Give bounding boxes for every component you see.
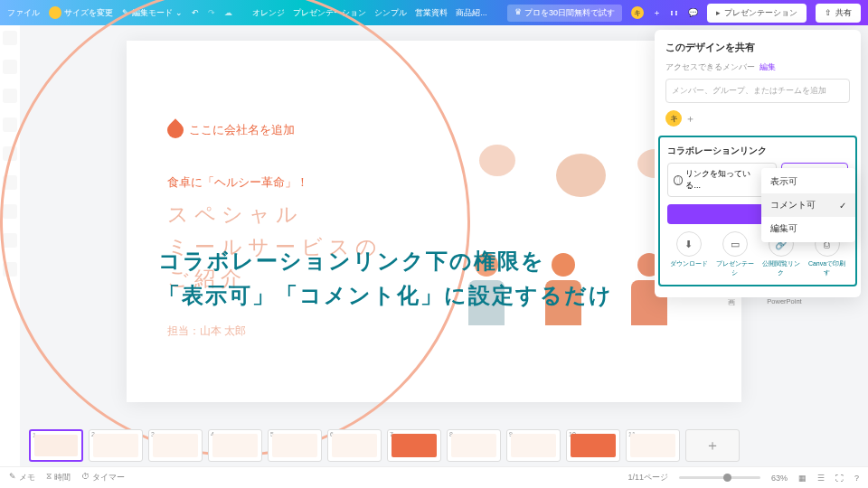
thumbnail-6[interactable]: 6 — [327, 429, 382, 462]
download-icon: ⬇ — [676, 231, 702, 257]
thumbnail-7[interactable]: 7 — [387, 429, 441, 462]
thumbnail-5[interactable]: 5 — [268, 429, 322, 462]
leaf-icon — [164, 118, 186, 141]
perm-option-view[interactable]: 表示可 — [761, 170, 855, 193]
collab-title: コラボレーションリンク — [667, 145, 848, 157]
sidebar-item[interactable] — [3, 117, 17, 132]
add-members-input[interactable]: メンバー、グループ、またはチームを追加 — [665, 79, 850, 103]
help-icon[interactable]: ? — [854, 474, 859, 483]
sidebar-item[interactable] — [3, 31, 17, 45]
notes-toggle[interactable]: ✎メモ — [9, 472, 35, 483]
sidebar-item[interactable] — [3, 60, 17, 74]
globe-icon — [674, 175, 683, 185]
slide-thumbnails: 1 2 3 4 5 6 7 8 9 10 11 ＋ — [29, 427, 861, 465]
crown-icon — [49, 6, 61, 19]
plus-icon[interactable]: ＋ — [653, 7, 661, 19]
thumbnail-9[interactable]: 9 — [506, 429, 561, 462]
zoom-slider[interactable] — [679, 476, 760, 479]
list-view-icon[interactable]: ☰ — [817, 474, 825, 483]
sidebar-item[interactable] — [3, 89, 17, 103]
action-download[interactable]: ⬇ダウンロード — [667, 231, 710, 277]
company-name: ここに会社名を追加 — [167, 122, 295, 138]
thumbnail-10[interactable]: 10 — [566, 429, 620, 462]
perm-option-edit[interactable]: 編集可 — [761, 217, 855, 240]
slide-canvas[interactable]: ここに会社名を追加 食卓に「ヘルシー革命」！ スペシャル ミールサービスの ご紹… — [127, 41, 741, 402]
link-scope-select[interactable]: リンクを知っている...⌄ — [667, 163, 777, 197]
timer-toggle[interactable]: ⏱タイマー — [81, 472, 125, 483]
comment-icon[interactable]: 💬 — [688, 8, 698, 17]
action-present[interactable]: ▭プレゼンテーシ — [713, 231, 756, 277]
timer-icon: ⏱ — [81, 472, 90, 483]
present-button[interactable]: ▸プレゼンテーション — [707, 4, 807, 23]
instruction-overlay: コラボレーションリンク下の権限を 「表示可」「コメント化」に設定するだけ — [158, 244, 613, 314]
perm-option-comment[interactable]: コメント可✓ — [761, 193, 855, 217]
zoom-value: 63% — [771, 474, 788, 483]
menu-resize[interactable]: サイズを変更 — [49, 6, 113, 19]
thumbnail-1[interactable]: 1 — [29, 429, 83, 462]
share-panel-title: このデザインを共有 — [665, 41, 850, 54]
tagline: 食卓に「ヘルシー革命」！ — [167, 174, 308, 191]
present-icon: ▭ — [722, 231, 748, 257]
share-button[interactable]: ⇧共有 — [816, 4, 861, 23]
add-member-icon[interactable]: ＋ — [685, 112, 695, 126]
thumbnail-8[interactable]: 8 — [447, 429, 501, 462]
page-indicator[interactable]: 1/11ページ — [627, 472, 668, 483]
edit-access-link[interactable]: 編集 — [760, 62, 776, 71]
share-panel: このデザインを共有 アクセスできるメンバー 編集 メンバー、グループ、またはチー… — [655, 30, 861, 297]
crown-icon: ♛ — [514, 7, 522, 19]
analytics-icon[interactable]: ⫾⫾ — [670, 8, 679, 17]
add-slide-button[interactable]: ＋ — [685, 429, 740, 462]
presenter: 担当：山本 太郎 — [167, 324, 246, 339]
pencil-icon: ✎ — [9, 472, 16, 483]
duration-toggle[interactable]: ⧖時間 — [46, 472, 71, 483]
menu-file[interactable]: ファイル — [7, 7, 40, 19]
slide-content: ここに会社名を追加 食卓に「ヘルシー革命」！ スペシャル ミールサービスの ご紹… — [127, 41, 741, 402]
access-label: アクセスできるメンバー 編集 — [665, 61, 850, 73]
member-avatars: キ ＋ — [665, 110, 850, 127]
check-icon: ✓ — [839, 201, 846, 211]
upload-icon: ⇧ — [825, 8, 832, 17]
grid-view-icon[interactable]: ▦ — [798, 474, 807, 483]
thumbnail-2[interactable]: 2 — [89, 429, 143, 462]
avatar[interactable]: キ — [631, 6, 644, 19]
menu-right: ♛プロを30日間無料で試す キ ＋ ⫾⫾ 💬 ▸プレゼンテーション ⇧共有 — [507, 4, 861, 23]
thumbnail-3[interactable]: 3 — [148, 429, 203, 462]
bottom-bar: ✎メモ ⧖時間 ⏱タイマー 1/11ページ 63% ▦ ☰ ⛶ ? — [0, 466, 868, 488]
fullscreen-icon[interactable]: ⛶ — [835, 474, 844, 483]
thumbnail-11[interactable]: 11 — [626, 429, 680, 462]
avatar[interactable]: キ — [665, 110, 682, 127]
play-icon: ▸ — [716, 8, 721, 17]
permission-dropdown: 表示可 コメント可✓ 編集可 — [761, 168, 855, 242]
thumbnail-4[interactable]: 4 — [208, 429, 262, 462]
clock-icon: ⧖ — [46, 472, 52, 483]
try-pro-button[interactable]: ♛プロを30日間無料で試す — [507, 5, 622, 22]
